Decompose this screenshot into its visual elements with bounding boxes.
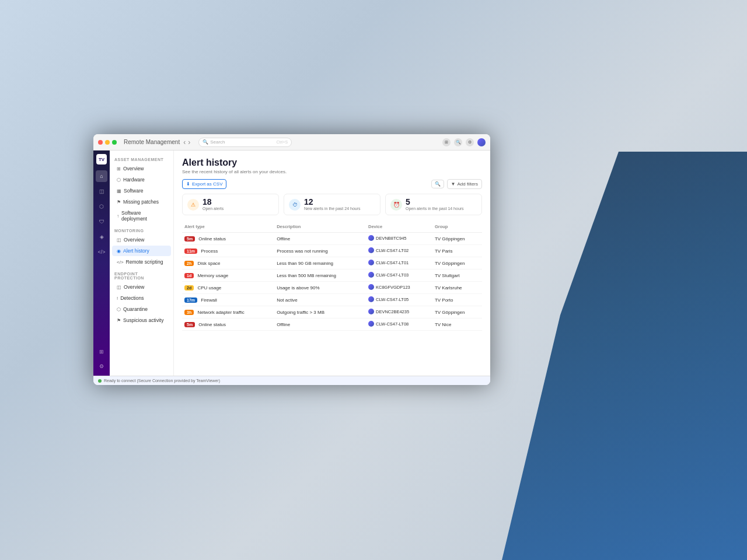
device-badge: DEVNB8TC945 bbox=[368, 235, 407, 241]
cell-alert-type: 2d CPU usage bbox=[182, 282, 274, 294]
severity-badge: 1d bbox=[184, 273, 194, 278]
severity-badge: 5m bbox=[184, 236, 195, 242]
severity-badge: 2h bbox=[184, 261, 194, 266]
sidebar-item-quarantine[interactable]: ⬡ Quarantine bbox=[112, 304, 171, 314]
cell-group: TV Stuttgart bbox=[432, 270, 482, 282]
global-search[interactable]: 🔍 Search Ctrl+S bbox=[198, 138, 292, 147]
warning-icon: ⚠ bbox=[187, 199, 199, 211]
nav-icon-network[interactable]: ⬡ bbox=[96, 201, 107, 212]
alert-type-label: Process bbox=[201, 249, 218, 254]
sidebar-item-alert-history[interactable]: ◉ Alert history bbox=[112, 246, 171, 256]
status-bar: Ready to connect (Secure Connection prov… bbox=[93, 376, 490, 385]
sidebar-item-detections[interactable]: ! Detections bbox=[112, 293, 171, 303]
app-title: Remote Management bbox=[124, 139, 180, 145]
table-row[interactable]: 2h Disk space Less than 90 GB remaining … bbox=[182, 257, 482, 270]
sidebar-item-overview[interactable]: ⊞ Overview bbox=[112, 163, 171, 174]
device-badge: CLW-CS47-LT03 bbox=[368, 272, 409, 278]
table-row[interactable]: 2d CPU usage Usage is above 90% KC8GFVGD… bbox=[182, 282, 482, 294]
col-device: Device bbox=[366, 221, 432, 233]
nav-icon-settings[interactable]: ⚙ bbox=[96, 360, 107, 372]
sidebar-item-software[interactable]: ▦ Software bbox=[112, 186, 171, 196]
cell-device: CLW-CS47-LT01 bbox=[366, 257, 432, 270]
nav-icon-home[interactable]: ⌂ bbox=[96, 170, 107, 182]
cell-alert-type: 17m Firewall bbox=[182, 294, 274, 306]
table-search[interactable]: 🔍 bbox=[431, 180, 444, 188]
grid-icon[interactable]: ⊞ bbox=[442, 138, 451, 146]
sidebar-item-mon-overview[interactable]: ◫ Overview bbox=[112, 235, 171, 245]
cell-device: CLW-CS47-LT05 bbox=[366, 294, 432, 306]
table-row[interactable]: 11m Process Process was not running CLW-… bbox=[182, 245, 482, 257]
table-row[interactable]: 5m Online status Offline CLW-CS47-LT08 T… bbox=[182, 318, 482, 331]
cell-description: Offline bbox=[274, 233, 366, 245]
ep-overview-icon: ◫ bbox=[117, 285, 121, 290]
cell-alert-type: 5m Online status bbox=[182, 233, 274, 245]
table-row[interactable]: 5m Online status Offline DEVNB8TC945 TV … bbox=[182, 233, 482, 245]
device-badge: CLW-CS47-LT02 bbox=[368, 247, 409, 253]
sidebar-item-hardware[interactable]: ⬡ Hardware bbox=[112, 174, 171, 185]
cell-group: TV Porto bbox=[432, 294, 482, 306]
app-logo: TV bbox=[96, 154, 107, 164]
stat-new-alerts: ⏱ 12 New alerts in the past 24 hours bbox=[284, 194, 381, 215]
table-row[interactable]: 3h Network adapter traffic Outgoing traf… bbox=[182, 306, 482, 318]
nav-forward-icon[interactable]: › bbox=[188, 138, 190, 146]
icon-bar: TV ⌂ ◫ ⬡ 🛡 ◈ </> ⊞ ⚙ bbox=[93, 150, 110, 376]
suspicious-icon: ⚑ bbox=[117, 318, 121, 323]
severity-badge: 2d bbox=[184, 285, 194, 290]
open-alerts-label: Open alerts bbox=[203, 206, 224, 211]
detections-icon: ! bbox=[117, 296, 118, 301]
open-alerts-24h-label: Open alerts in the past 14 hours bbox=[406, 206, 464, 211]
device-icon bbox=[368, 321, 374, 327]
deployment-icon: ↑ bbox=[117, 214, 119, 219]
sidebar-item-remote-scripting[interactable]: </> Remote scripting bbox=[112, 257, 171, 267]
table-row[interactable]: 17m Firewall Not active CLW-CS47-LT05 TV… bbox=[182, 294, 482, 306]
device-badge: CLW-CS47-LT05 bbox=[368, 296, 409, 302]
alert-type-label: Online status bbox=[198, 322, 226, 327]
settings-icon[interactable]: ⚙ bbox=[466, 138, 474, 146]
overview-icon: ⊞ bbox=[117, 166, 121, 172]
severity-badge: 17m bbox=[184, 298, 197, 303]
table-row[interactable]: 1d Memory usage Less than 500 MB remaini… bbox=[182, 270, 482, 282]
sidebar-item-missing-patches[interactable]: ⚑ Missing patches bbox=[112, 197, 171, 207]
nav-icon-diamond[interactable]: ◈ bbox=[96, 231, 107, 243]
search-shortcut: Ctrl+S bbox=[277, 140, 288, 144]
maximize-dot bbox=[112, 140, 117, 145]
hardware-icon: ⬡ bbox=[117, 177, 121, 183]
open-alerts-24h-value: 5 bbox=[406, 198, 464, 206]
search-icon: 🔍 bbox=[203, 139, 208, 145]
nav-back-icon[interactable]: ‹ bbox=[183, 138, 186, 146]
cell-group: TV Göppingen bbox=[432, 257, 482, 270]
close-dot bbox=[98, 140, 103, 145]
cell-group: TV Göppingen bbox=[432, 233, 482, 245]
nav-back-forward[interactable]: ‹ › bbox=[183, 138, 190, 146]
cell-description: Offline bbox=[274, 318, 366, 331]
device-icon bbox=[368, 272, 374, 278]
export-icon: ⬇ bbox=[186, 181, 190, 187]
nav-icon-code[interactable]: </> bbox=[96, 246, 107, 258]
export-csv-button[interactable]: ⬇ Export as CSV bbox=[182, 179, 226, 189]
add-filters-button[interactable]: ▼ Add filters bbox=[447, 179, 483, 189]
section-endpoint: ENDPOINT PROTECTION bbox=[110, 270, 173, 281]
sidebar-item-software-deployment[interactable]: ↑ Software deployment bbox=[112, 208, 171, 224]
alarm-icon: ⏰ bbox=[390, 199, 402, 211]
cell-description: Less than 500 MB remaining bbox=[274, 270, 366, 282]
nav-icon-shield[interactable]: 🛡 bbox=[96, 216, 107, 228]
sidebar-item-ep-overview[interactable]: ◫ Overview bbox=[112, 282, 171, 292]
device-icon bbox=[368, 247, 374, 253]
device-icon bbox=[368, 235, 374, 241]
toolbar: ⬇ Export as CSV 🔍 ▼ Add filters bbox=[182, 179, 482, 189]
device-badge: CLW-CS47-LT08 bbox=[368, 321, 409, 327]
nav-icon-grid[interactable]: ⊞ bbox=[96, 346, 107, 358]
page-title: Alert history bbox=[182, 158, 482, 168]
nav-icon-monitor[interactable]: ◫ bbox=[96, 186, 107, 197]
cell-group: TV Göppingen bbox=[432, 306, 482, 318]
user-avatar[interactable] bbox=[477, 138, 486, 146]
stat-open-alerts-24h: ⏰ 5 Open alerts in the past 14 hours bbox=[385, 194, 482, 215]
status-text: Ready to connect (Secure Connection prov… bbox=[104, 379, 220, 383]
device-name: KC8GFVGDP123 bbox=[376, 285, 410, 290]
search-header-icon[interactable]: 🔍 bbox=[454, 138, 462, 146]
sidebar-item-suspicious-activity[interactable]: ⚑ Suspicious activity bbox=[112, 315, 171, 326]
patches-icon: ⚑ bbox=[117, 200, 121, 205]
severity-badge: 11m bbox=[184, 249, 197, 254]
mon-overview-icon: ◫ bbox=[117, 237, 121, 243]
alert-table: Alert type Description Device Group 5m O… bbox=[182, 221, 482, 331]
